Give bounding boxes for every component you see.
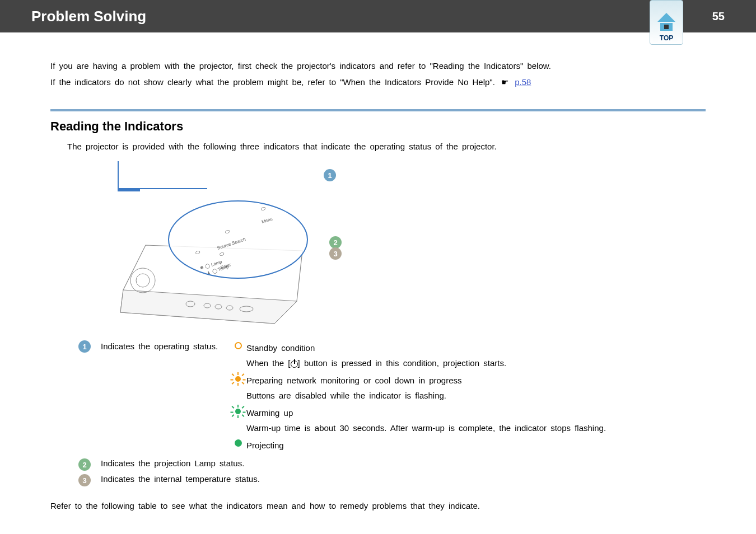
power-icon (291, 360, 298, 368)
led-green-solid-icon (230, 438, 246, 448)
status-standby-desc: When the [] button is pressed in this co… (246, 355, 506, 371)
status-projecting: Projecting (230, 438, 706, 453)
pointer-icon: ☛ (501, 74, 508, 91)
status-preparing-desc: Buttons are disabled while the indicator… (246, 388, 462, 403)
intro-line1: If you are having a problem with the pro… (50, 58, 706, 74)
intro-line2-text: If the indicators do not show clearly wh… (50, 77, 495, 87)
status-warming: Warming up Warm-up time is about 30 seco… (230, 405, 706, 435)
legend-label-3: Indicates the internal temperature statu… (101, 474, 260, 484)
legend-row-1: 1 Indicates the operating status. Standb… (78, 340, 706, 455)
status-column: Standby condition When the [] button is … (230, 340, 706, 455)
home-icon-body (660, 23, 673, 31)
legend-label-1: Indicates the operating status. (101, 340, 230, 351)
status-warming-desc: Warm-up time is about 30 seconds. After … (246, 420, 606, 435)
callout-labels: ⬭Menu ⬭Source Search ⬭ ⬭Enter ❋ ◯ Lamp 🌡… (181, 198, 295, 282)
page-title: Problem Solving (31, 8, 146, 25)
page-link-58[interactable]: p.58 (515, 77, 531, 87)
legend-row-3: 3 Indicates the internal temperature sta… (78, 474, 706, 486)
diagram-callout: ⬭Menu ⬭Source Search ⬭ ⬭Enter ❋ ◯ Lamp 🌡… (168, 200, 308, 279)
top-home-button[interactable]: TOP (650, 0, 683, 45)
led-green-flash-icon (230, 405, 246, 418)
diagram-marker-2: 2 (329, 236, 342, 249)
led-orange-flash-icon (230, 373, 246, 386)
status-preparing: Preparing network monitoring or cool dow… (230, 373, 706, 403)
legend-row-2: 2 Indicates the projection Lamp status. (78, 458, 706, 471)
status-preparing-title: Preparing network monitoring or cool dow… (246, 373, 462, 388)
top-label: TOP (660, 34, 673, 42)
legend-marker-3: 3 (78, 474, 91, 486)
led-orange-ring-icon (230, 340, 246, 351)
leader-line-3 (118, 190, 140, 191)
projector-diagram: ⬭Menu ⬭Source Search ⬭ ⬭Enter ❋ ◯ Lamp 🌡… (118, 161, 358, 335)
status-projecting-title: Projecting (246, 438, 284, 453)
legend-marker-2: 2 (78, 458, 91, 471)
diagram-marker-1: 1 (324, 169, 336, 181)
status-standby: Standby condition When the [] button is … (230, 340, 706, 371)
legend-marker-1: 1 (78, 340, 91, 353)
closing-text: Refer to the following table to see what… (50, 501, 706, 510)
section-divider (50, 109, 706, 111)
legend-area: 1 Indicates the operating status. Standb… (78, 340, 706, 486)
home-icon (657, 13, 675, 22)
intro-line2: If the indicators do not show clearly wh… (50, 74, 706, 91)
status-standby-title: Standby condition (246, 340, 506, 355)
diagram-marker-3: 3 (329, 247, 342, 260)
header-bar: Problem Solving TOP 55 (0, 0, 756, 32)
content-area: If you are having a problem with the pro… (0, 32, 756, 510)
status-warming-title: Warming up (246, 405, 606, 420)
page-number: 55 (712, 10, 725, 23)
legend-label-2: Indicates the projection Lamp status. (101, 458, 244, 468)
section-desc: The projector is provided with the follo… (67, 142, 706, 151)
leader-line-1v (118, 161, 119, 188)
section-title: Reading the Indicators (50, 119, 706, 134)
